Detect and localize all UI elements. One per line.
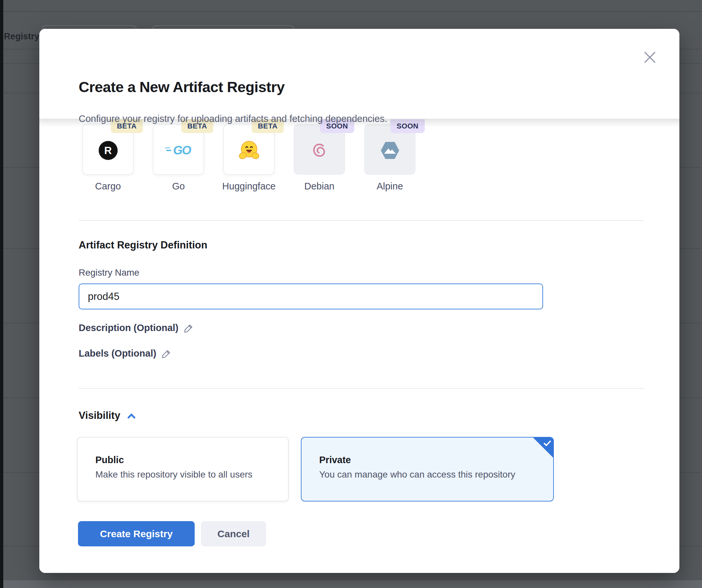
labels-optional-row: Labels (Optional) bbox=[79, 348, 171, 359]
huggingface-icon bbox=[236, 138, 262, 163]
private-option-description: You can manage who can access this repos… bbox=[319, 469, 515, 480]
cancel-button[interactable]: Cancel bbox=[201, 521, 266, 546]
background-registry-label: Registry bbox=[4, 31, 39, 42]
modal-header: Create a New Artifact Registry Configure… bbox=[39, 29, 679, 119]
selected-check-icon bbox=[533, 437, 554, 458]
app-root: Registry Create a New Artifact Registry … bbox=[0, 0, 702, 588]
public-option-title: Public bbox=[95, 455, 124, 465]
package-card-debian: SOON Debian bbox=[294, 124, 345, 175]
close-icon bbox=[642, 50, 658, 65]
edit-description-icon[interactable] bbox=[184, 323, 194, 333]
labels-label: Labels (Optional) bbox=[79, 348, 156, 359]
soon-badge: SOON bbox=[390, 119, 425, 133]
close-button[interactable] bbox=[642, 49, 658, 66]
visibility-heading-row: Visibility bbox=[79, 410, 136, 422]
chevron-up-icon[interactable] bbox=[127, 413, 136, 420]
visibility-option-private[interactable]: Private You can manage who can access th… bbox=[301, 437, 554, 501]
debian-icon bbox=[307, 138, 332, 163]
section-divider bbox=[79, 220, 644, 221]
go-icon: GO bbox=[166, 138, 192, 163]
package-card-huggingface[interactable]: BETA Huggingface bbox=[223, 124, 275, 175]
visibility-heading: Visibility bbox=[79, 410, 120, 422]
create-registry-modal: Create a New Artifact Registry Configure… bbox=[39, 29, 679, 573]
package-card-cargo[interactable]: BETA R Cargo bbox=[82, 124, 134, 175]
package-label: Go bbox=[139, 181, 218, 192]
background-divider bbox=[3, 11, 702, 12]
alpine-icon bbox=[377, 138, 403, 163]
package-label: Debian bbox=[280, 181, 359, 192]
modal-title: Create a New Artifact Registry bbox=[79, 79, 285, 96]
edit-labels-icon[interactable] bbox=[161, 349, 171, 359]
registry-name-input[interactable] bbox=[79, 283, 543, 310]
package-card-alpine: SOON Alpine bbox=[364, 124, 416, 175]
section-divider bbox=[79, 388, 644, 389]
rust-cargo-icon: R bbox=[95, 138, 121, 163]
package-label: Cargo bbox=[69, 181, 147, 192]
public-option-description: Make this repository visible to all user… bbox=[95, 469, 252, 480]
background-bottom-bar bbox=[3, 580, 702, 588]
registry-name-label: Registry Name bbox=[79, 267, 139, 278]
modal-content: BETA R Cargo BETA GO Go BETA bbox=[39, 119, 679, 573]
create-registry-button[interactable]: Create Registry bbox=[78, 521, 195, 546]
modal-subtitle: Configure your registry for uploading ar… bbox=[79, 113, 387, 124]
description-optional-row: Description (Optional) bbox=[79, 323, 194, 333]
package-label: Huggingface bbox=[210, 181, 288, 192]
package-card-go[interactable]: BETA GO Go bbox=[153, 124, 204, 175]
visibility-option-public[interactable]: Public Make this repository visible to a… bbox=[77, 437, 289, 501]
definition-heading: Artifact Registry Definition bbox=[79, 239, 208, 251]
background-sidebar-edge bbox=[0, 0, 3, 588]
package-label: Alpine bbox=[351, 181, 429, 192]
description-label: Description (Optional) bbox=[79, 323, 179, 333]
private-option-title: Private bbox=[319, 455, 351, 465]
